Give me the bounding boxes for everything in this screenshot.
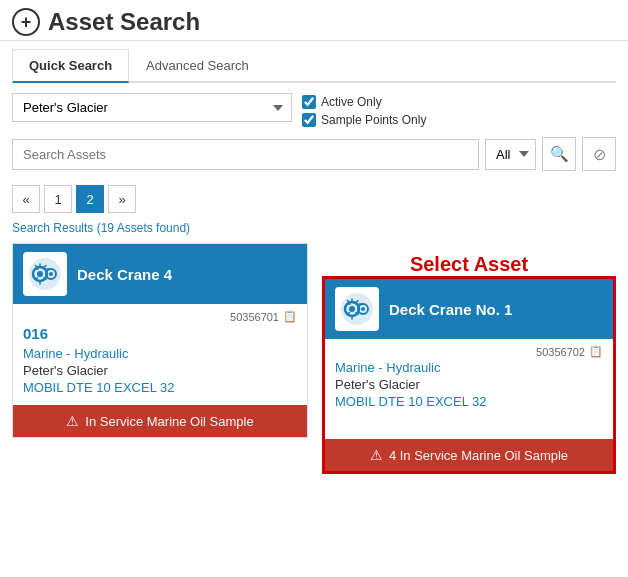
- location-dropdown[interactable]: Peter's Glacier: [12, 93, 292, 122]
- card-2-icon: [335, 287, 379, 331]
- sample-points-only-checkbox[interactable]: [302, 113, 316, 127]
- warning-icon-2: ⚠: [370, 447, 383, 463]
- search-icon: 🔍: [550, 145, 569, 163]
- sample-points-only-label[interactable]: Sample Points Only: [302, 113, 426, 127]
- controls-row: Peter's Glacier Active Only Sample Point…: [0, 83, 628, 137]
- card-1-icon: [23, 252, 67, 296]
- card-2-footer[interactable]: ⚠ 4 In Service Marine Oil Sample: [325, 439, 613, 471]
- card-1-asset-id: 016: [23, 325, 297, 342]
- card-2-title: Deck Crane No. 1: [389, 301, 512, 318]
- warning-icon-1: ⚠: [66, 413, 79, 429]
- clear-button[interactable]: ⊘: [582, 137, 616, 171]
- svg-point-9: [361, 307, 365, 311]
- copy-icon-2: 📋: [589, 345, 603, 358]
- card-2-header: Deck Crane No. 1: [325, 279, 613, 339]
- location-dropdown-wrap: Peter's Glacier: [12, 93, 292, 122]
- page-header: + Asset Search: [0, 0, 628, 41]
- page-title: Asset Search: [48, 8, 200, 36]
- filter-dropdown-wrap: All: [485, 139, 536, 170]
- results-count: Search Results (19 Assets found): [0, 219, 628, 243]
- card-1-type: Marine - Hydraulic: [23, 346, 297, 361]
- cards-area: Deck Crane 4 50356701 📋 016 Marine - Hyd…: [0, 243, 628, 474]
- tab-bar: Quick Search Advanced Search: [12, 49, 616, 83]
- pagination-prev[interactable]: «: [12, 185, 40, 213]
- card-2-number: 50356702 📋: [335, 345, 603, 358]
- filter-checkboxes: Active Only Sample Points Only: [302, 93, 426, 127]
- pagination-page-1[interactable]: 1: [44, 185, 72, 213]
- card-2-location: Peter's Glacier: [335, 377, 603, 392]
- tab-advanced-search[interactable]: Advanced Search: [129, 49, 266, 83]
- clear-icon: ⊘: [593, 145, 606, 164]
- asset-card-2[interactable]: Deck Crane No. 1 50356702 📋 Marine - Hyd…: [322, 276, 616, 474]
- active-only-checkbox[interactable]: [302, 95, 316, 109]
- card-1-location: Peter's Glacier: [23, 363, 297, 378]
- tab-quick-search[interactable]: Quick Search: [12, 49, 129, 83]
- card-2-body: 50356702 📋 Marine - Hydraulic Peter's Gl…: [325, 339, 613, 439]
- svg-point-7: [349, 306, 355, 312]
- card-1-footer[interactable]: ⚠ In Service Marine Oil Sample: [13, 405, 307, 437]
- search-row: All 🔍 ⊘: [0, 137, 628, 181]
- right-column: Select Asset Deck Crane No. 1: [322, 243, 616, 474]
- svg-point-2: [37, 271, 43, 277]
- svg-point-4: [49, 272, 53, 276]
- active-only-label[interactable]: Active Only: [302, 95, 426, 109]
- search-button[interactable]: 🔍: [542, 137, 576, 171]
- card-2-type: Marine - Hydraulic: [335, 360, 603, 375]
- card-1-oil: MOBIL DTE 10 EXCEL 32: [23, 380, 297, 395]
- asset-card-1[interactable]: Deck Crane 4 50356701 📋 016 Marine - Hyd…: [12, 243, 308, 438]
- pagination: « 1 2 »: [0, 181, 628, 219]
- card-1-body: 50356701 📋 016 Marine - Hydraulic Peter'…: [13, 304, 307, 405]
- header-add-icon: +: [12, 8, 40, 36]
- card-1-number: 50356701 📋: [23, 310, 297, 323]
- filter-dropdown[interactable]: All: [485, 139, 536, 170]
- pagination-next[interactable]: »: [108, 185, 136, 213]
- card-1-header: Deck Crane 4: [13, 244, 307, 304]
- select-asset-label: Select Asset: [322, 243, 616, 276]
- copy-icon: 📋: [283, 310, 297, 323]
- search-input[interactable]: [12, 139, 479, 170]
- pagination-page-2[interactable]: 2: [76, 185, 104, 213]
- card-1-title: Deck Crane 4: [77, 266, 172, 283]
- card-2-oil: MOBIL DTE 10 EXCEL 32: [335, 394, 603, 409]
